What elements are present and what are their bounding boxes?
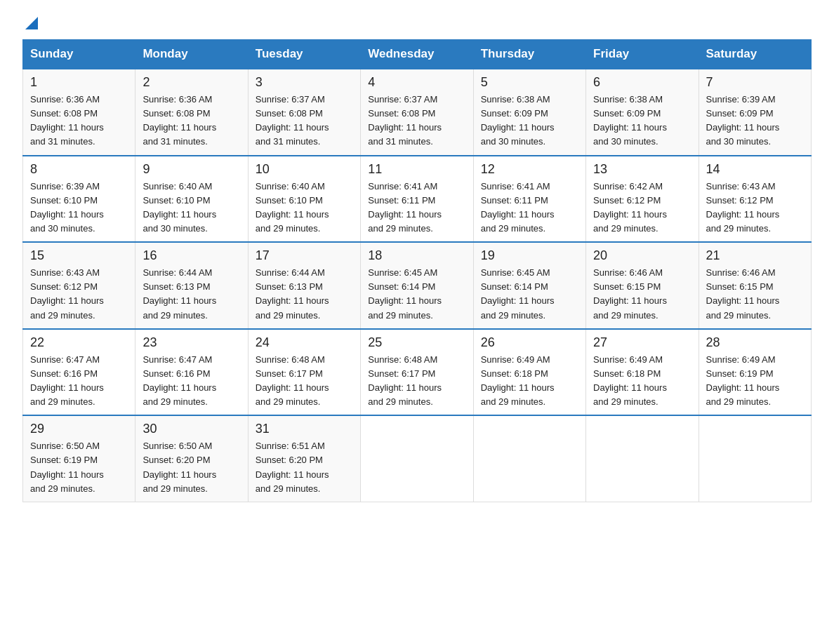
day-info: Sunrise: 6:51 AMSunset: 6:20 PMDaylight:… <box>256 439 353 496</box>
day-info: Sunrise: 6:36 AMSunset: 6:08 PMDaylight:… <box>30 93 128 149</box>
day-info: Sunrise: 6:41 AMSunset: 6:11 PMDaylight:… <box>368 180 465 236</box>
calendar-cell: 4Sunrise: 6:37 AMSunset: 6:08 PMDaylight… <box>361 69 473 156</box>
calendar-cell: 11Sunrise: 6:41 AMSunset: 6:11 PMDayligh… <box>361 156 473 243</box>
day-info: Sunrise: 6:43 AMSunset: 6:12 PMDaylight:… <box>706 180 804 236</box>
calendar-cell: 20Sunrise: 6:46 AMSunset: 6:15 PMDayligh… <box>586 242 699 329</box>
calendar-week-row: 29Sunrise: 6:50 AMSunset: 6:19 PMDayligh… <box>23 415 812 502</box>
day-number: 30 <box>143 422 240 436</box>
day-number: 25 <box>368 335 465 350</box>
column-header-thursday: Thursday <box>473 40 585 69</box>
day-info: Sunrise: 6:37 AMSunset: 6:08 PMDaylight:… <box>368 93 465 149</box>
day-number: 28 <box>706 335 804 350</box>
day-number: 14 <box>706 162 804 177</box>
day-number: 6 <box>593 75 691 90</box>
calendar-cell: 16Sunrise: 6:44 AMSunset: 6:13 PMDayligh… <box>135 242 248 329</box>
day-number: 27 <box>593 335 691 350</box>
calendar-cell: 24Sunrise: 6:48 AMSunset: 6:17 PMDayligh… <box>248 329 360 416</box>
day-info: Sunrise: 6:46 AMSunset: 6:15 PMDaylight:… <box>706 266 804 323</box>
calendar-week-row: 22Sunrise: 6:47 AMSunset: 6:16 PMDayligh… <box>23 329 812 416</box>
day-number: 29 <box>30 422 128 436</box>
day-info: Sunrise: 6:49 AMSunset: 6:18 PMDaylight:… <box>593 353 691 410</box>
column-header-sunday: Sunday <box>23 40 135 69</box>
calendar-cell: 27Sunrise: 6:49 AMSunset: 6:18 PMDayligh… <box>586 329 699 416</box>
day-info: Sunrise: 6:39 AMSunset: 6:09 PMDaylight:… <box>706 93 804 149</box>
calendar-cell: 13Sunrise: 6:42 AMSunset: 6:12 PMDayligh… <box>586 156 699 243</box>
calendar-cell: 26Sunrise: 6:49 AMSunset: 6:18 PMDayligh… <box>473 329 585 416</box>
day-number: 22 <box>30 335 128 350</box>
day-info: Sunrise: 6:40 AMSunset: 6:10 PMDaylight:… <box>143 180 240 236</box>
logo <box>22 17 39 31</box>
day-info: Sunrise: 6:48 AMSunset: 6:17 PMDaylight:… <box>368 353 465 410</box>
day-info: Sunrise: 6:50 AMSunset: 6:19 PMDaylight:… <box>30 439 128 496</box>
calendar-week-row: 8Sunrise: 6:39 AMSunset: 6:10 PMDaylight… <box>23 156 812 243</box>
calendar-week-row: 1Sunrise: 6:36 AMSunset: 6:08 PMDaylight… <box>23 69 812 156</box>
calendar-cell: 22Sunrise: 6:47 AMSunset: 6:16 PMDayligh… <box>23 329 135 416</box>
calendar-cell: 29Sunrise: 6:50 AMSunset: 6:19 PMDayligh… <box>23 415 135 502</box>
day-number: 5 <box>481 75 578 90</box>
svg-marker-0 <box>25 17 38 29</box>
calendar-cell <box>473 415 585 502</box>
day-number: 23 <box>143 335 240 350</box>
day-info: Sunrise: 6:39 AMSunset: 6:10 PMDaylight:… <box>30 180 128 236</box>
day-number: 20 <box>593 248 691 263</box>
column-header-wednesday: Wednesday <box>361 40 473 69</box>
calendar-cell: 9Sunrise: 6:40 AMSunset: 6:10 PMDaylight… <box>135 156 248 243</box>
calendar-cell: 7Sunrise: 6:39 AMSunset: 6:09 PMDaylight… <box>699 69 811 156</box>
column-header-saturday: Saturday <box>699 40 811 69</box>
calendar-cell: 14Sunrise: 6:43 AMSunset: 6:12 PMDayligh… <box>699 156 811 243</box>
day-info: Sunrise: 6:40 AMSunset: 6:10 PMDaylight:… <box>256 180 353 236</box>
calendar-cell <box>361 415 473 502</box>
calendar-cell: 15Sunrise: 6:43 AMSunset: 6:12 PMDayligh… <box>23 242 135 329</box>
day-number: 10 <box>256 162 353 177</box>
day-number: 16 <box>143 248 240 263</box>
calendar-header-row: SundayMondayTuesdayWednesdayThursdayFrid… <box>23 40 812 69</box>
calendar-cell: 1Sunrise: 6:36 AMSunset: 6:08 PMDaylight… <box>23 69 135 156</box>
day-number: 9 <box>143 162 240 177</box>
day-number: 18 <box>368 248 465 263</box>
day-number: 2 <box>143 75 240 90</box>
day-number: 3 <box>256 75 353 90</box>
day-info: Sunrise: 6:46 AMSunset: 6:15 PMDaylight:… <box>593 266 691 323</box>
calendar-cell: 17Sunrise: 6:44 AMSunset: 6:13 PMDayligh… <box>248 242 360 329</box>
calendar-cell: 28Sunrise: 6:49 AMSunset: 6:19 PMDayligh… <box>699 329 811 416</box>
calendar-cell: 23Sunrise: 6:47 AMSunset: 6:16 PMDayligh… <box>135 329 248 416</box>
day-info: Sunrise: 6:38 AMSunset: 6:09 PMDaylight:… <box>593 93 691 149</box>
calendar-cell: 19Sunrise: 6:45 AMSunset: 6:14 PMDayligh… <box>473 242 585 329</box>
calendar-week-row: 15Sunrise: 6:43 AMSunset: 6:12 PMDayligh… <box>23 242 812 329</box>
day-info: Sunrise: 6:42 AMSunset: 6:12 PMDaylight:… <box>593 180 691 236</box>
calendar-cell: 31Sunrise: 6:51 AMSunset: 6:20 PMDayligh… <box>248 415 360 502</box>
calendar-cell: 18Sunrise: 6:45 AMSunset: 6:14 PMDayligh… <box>361 242 473 329</box>
calendar-cell: 6Sunrise: 6:38 AMSunset: 6:09 PMDaylight… <box>586 69 699 156</box>
calendar-cell: 10Sunrise: 6:40 AMSunset: 6:10 PMDayligh… <box>248 156 360 243</box>
day-info: Sunrise: 6:45 AMSunset: 6:14 PMDaylight:… <box>481 266 578 323</box>
day-info: Sunrise: 6:50 AMSunset: 6:20 PMDaylight:… <box>143 439 240 496</box>
calendar-cell <box>586 415 699 502</box>
calendar-cell: 2Sunrise: 6:36 AMSunset: 6:08 PMDaylight… <box>135 69 248 156</box>
day-info: Sunrise: 6:41 AMSunset: 6:11 PMDaylight:… <box>481 180 578 236</box>
day-info: Sunrise: 6:37 AMSunset: 6:08 PMDaylight:… <box>256 93 353 149</box>
logo-triangle-icon <box>24 15 39 31</box>
calendar-cell: 30Sunrise: 6:50 AMSunset: 6:20 PMDayligh… <box>135 415 248 502</box>
day-info: Sunrise: 6:47 AMSunset: 6:16 PMDaylight:… <box>143 353 240 410</box>
day-number: 11 <box>368 162 465 177</box>
day-info: Sunrise: 6:38 AMSunset: 6:09 PMDaylight:… <box>481 93 578 149</box>
day-number: 19 <box>481 248 578 263</box>
day-number: 21 <box>706 248 804 263</box>
day-number: 31 <box>256 422 353 436</box>
column-header-monday: Monday <box>135 40 248 69</box>
day-number: 24 <box>256 335 353 350</box>
day-number: 7 <box>706 75 804 90</box>
calendar-cell: 25Sunrise: 6:48 AMSunset: 6:17 PMDayligh… <box>361 329 473 416</box>
day-info: Sunrise: 6:45 AMSunset: 6:14 PMDaylight:… <box>368 266 465 323</box>
calendar-cell: 3Sunrise: 6:37 AMSunset: 6:08 PMDaylight… <box>248 69 360 156</box>
day-info: Sunrise: 6:36 AMSunset: 6:08 PMDaylight:… <box>143 93 240 149</box>
column-header-tuesday: Tuesday <box>248 40 360 69</box>
day-info: Sunrise: 6:43 AMSunset: 6:12 PMDaylight:… <box>30 266 128 323</box>
day-number: 26 <box>481 335 578 350</box>
day-info: Sunrise: 6:47 AMSunset: 6:16 PMDaylight:… <box>30 353 128 410</box>
calendar-cell: 21Sunrise: 6:46 AMSunset: 6:15 PMDayligh… <box>699 242 811 329</box>
day-info: Sunrise: 6:48 AMSunset: 6:17 PMDaylight:… <box>256 353 353 410</box>
day-number: 4 <box>368 75 465 90</box>
day-number: 8 <box>30 162 128 177</box>
day-info: Sunrise: 6:49 AMSunset: 6:19 PMDaylight:… <box>706 353 804 410</box>
